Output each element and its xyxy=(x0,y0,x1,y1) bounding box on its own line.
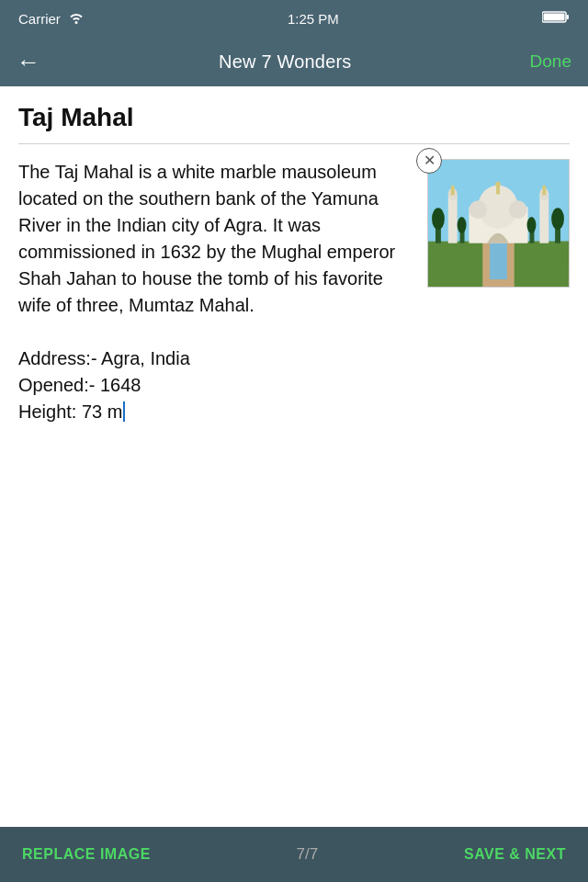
article-text[interactable]: The Taj Mahal is a white marble mausoleu… xyxy=(18,162,395,422)
page-counter: 7/7 xyxy=(297,845,319,864)
status-bar: Carrier 1:25 PM xyxy=(0,0,588,37)
battery-icon xyxy=(542,10,570,27)
content-area: Taj Mahal ✕ xyxy=(0,86,588,827)
remove-image-button[interactable]: ✕ xyxy=(416,148,442,174)
article-body[interactable]: ✕ xyxy=(18,159,570,425)
svg-point-26 xyxy=(458,217,467,233)
carrier-label: Carrier xyxy=(18,11,61,27)
status-bar-left: Carrier xyxy=(18,11,85,27)
svg-rect-11 xyxy=(448,194,458,243)
nav-title: New 7 Wonders xyxy=(219,51,352,73)
svg-point-28 xyxy=(527,217,537,233)
svg-rect-15 xyxy=(539,194,548,243)
article-title: Taj Mahal xyxy=(18,103,570,132)
svg-point-10 xyxy=(495,182,501,187)
svg-point-24 xyxy=(551,208,564,230)
svg-rect-1 xyxy=(567,15,570,19)
text-cursor xyxy=(123,401,125,422)
svg-rect-13 xyxy=(451,188,455,196)
svg-rect-17 xyxy=(542,188,546,196)
status-time: 1:25 PM xyxy=(288,11,339,27)
nav-bar: ← New 7 Wonders Done xyxy=(0,37,588,86)
svg-point-14 xyxy=(451,186,455,189)
back-button[interactable]: ← xyxy=(17,48,40,76)
save-next-button[interactable]: SAVE & NEXT xyxy=(464,846,566,863)
article-image xyxy=(427,159,570,288)
svg-point-22 xyxy=(432,208,445,230)
svg-point-20 xyxy=(509,200,527,219)
title-divider xyxy=(18,143,570,144)
article-image-container: ✕ xyxy=(427,159,570,288)
wifi-icon xyxy=(68,11,85,27)
replace-image-button[interactable]: REPLACE IMAGE xyxy=(22,846,151,863)
svg-rect-2 xyxy=(544,14,565,21)
svg-point-18 xyxy=(542,186,546,189)
bottom-toolbar: REPLACE IMAGE 7/7 SAVE & NEXT xyxy=(0,827,588,882)
done-button[interactable]: Done xyxy=(530,51,571,72)
svg-point-19 xyxy=(469,200,487,219)
